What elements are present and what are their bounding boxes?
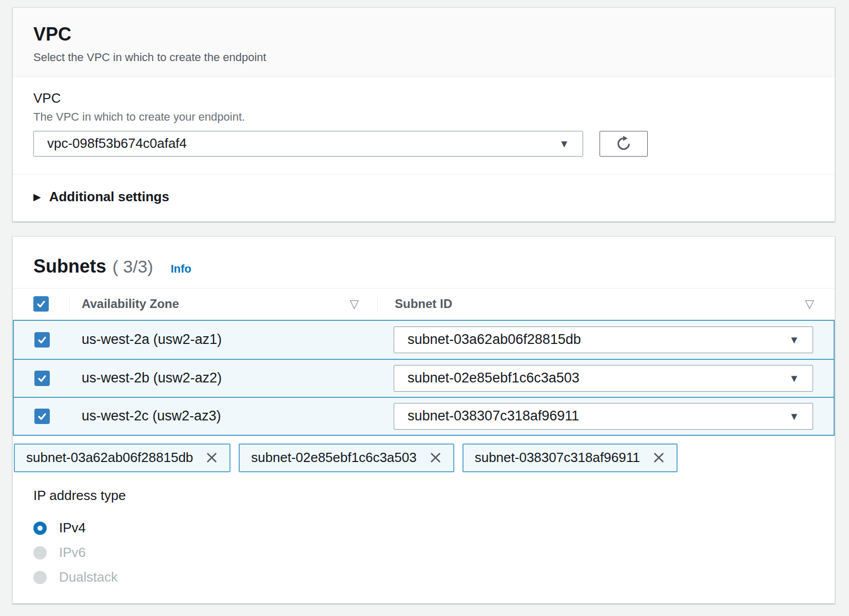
table-row: us-west-2c (usw2-az3) subnet-038307c318a…	[14, 397, 834, 435]
additional-settings-label: Additional settings	[49, 189, 169, 205]
availability-zone-value: us-west-2c (usw2-az3)	[69, 408, 377, 424]
refresh-icon	[616, 136, 631, 151]
radio-option-dualstack: Dualstack	[33, 565, 814, 590]
subnet-id-value: subnet-038307c318af96911	[408, 408, 579, 424]
checkmark-icon	[36, 410, 48, 422]
vpc-card: VPC Select the VPC in which to create th…	[12, 7, 835, 222]
sort-icon[interactable]: ▽	[350, 297, 359, 311]
radio-label-ipv6: IPv6	[59, 545, 86, 561]
column-header-availability-zone[interactable]: Availability Zone ▽	[69, 288, 377, 320]
radio-option-ipv4[interactable]: IPv4	[33, 516, 814, 541]
radio-label-ipv4: IPv4	[59, 520, 86, 536]
subnet-token-label: subnet-03a62ab06f28815db	[26, 450, 193, 466]
availability-zone-value: us-west-2a (usw2-az1)	[69, 332, 377, 348]
ip-address-type-section: IP address type IPv4 IPv6 Dualstack	[13, 472, 835, 590]
checkmark-icon	[36, 372, 48, 384]
vpc-card-title: VPC	[33, 24, 814, 45]
chevron-down-icon: ▼	[789, 411, 799, 421]
availability-zone-value: us-west-2b (usw2-az2)	[69, 370, 377, 386]
additional-settings-expander[interactable]: ▶ Additional settings	[13, 174, 835, 221]
selected-rows-region: us-west-2a (usw2-az1) subnet-03a62ab06f2…	[13, 320, 835, 436]
subnet-id-select[interactable]: subnet-02e85ebf1c6c3a503 ▼	[394, 365, 813, 392]
table-row: us-west-2b (usw2-az2) subnet-02e85ebf1c6…	[14, 359, 834, 397]
expander-right-icon: ▶	[33, 192, 41, 202]
table-row: us-west-2a (usw2-az1) subnet-03a62ab06f2…	[14, 321, 834, 359]
column-header-subnet-id[interactable]: Subnet ID ▽	[377, 288, 835, 320]
subnets-table-header: Availability Zone ▽ Subnet ID ▽	[13, 288, 835, 320]
checkmark-icon	[36, 334, 48, 346]
vpc-select[interactable]: vpc-098f53b674c0afaf4 ▼	[33, 131, 583, 157]
selected-subnet-tokens: subnet-03a62ab06f28815db subnet-02e85ebf…	[13, 436, 835, 472]
chevron-down-icon: ▼	[559, 139, 569, 149]
subnet-id-value: subnet-03a62ab06f28815db	[408, 332, 581, 348]
chevron-down-icon: ▼	[789, 373, 799, 383]
close-icon	[652, 451, 665, 464]
refresh-button[interactable]	[600, 131, 648, 157]
subnet-token-label: subnet-02e85ebf1c6c3a503	[251, 450, 416, 466]
subnet-token-label: subnet-038307c318af96911	[475, 450, 640, 466]
row-checkbox[interactable]	[34, 371, 50, 386]
remove-token-button[interactable]	[429, 451, 442, 464]
vpc-card-description: Select the VPC in which to create the en…	[33, 51, 814, 64]
radio-selected-icon[interactable]	[33, 522, 47, 535]
chevron-down-icon: ▼	[789, 335, 799, 345]
ip-address-type-label: IP address type	[33, 488, 814, 504]
close-icon	[205, 451, 218, 464]
availability-zone-header-label: Availability Zone	[82, 297, 179, 311]
subnet-id-value: subnet-02e85ebf1c6c3a503	[408, 370, 580, 386]
checkmark-icon	[35, 298, 47, 310]
close-icon	[429, 451, 442, 464]
subnet-token: subnet-038307c318af96911	[462, 444, 678, 472]
radio-disabled-icon	[33, 571, 47, 584]
vpc-card-body: VPC The VPC in which to create your endp…	[13, 77, 835, 174]
radio-option-ipv6: IPv6	[33, 541, 814, 565]
subnet-id-select[interactable]: subnet-038307c318af96911 ▼	[394, 403, 813, 430]
subnet-id-header-label: Subnet ID	[395, 297, 452, 311]
remove-token-button[interactable]	[652, 451, 665, 464]
remove-token-button[interactable]	[205, 451, 218, 464]
sort-icon[interactable]: ▽	[805, 297, 814, 311]
subnets-info-link[interactable]: Info	[170, 262, 191, 276]
radio-disabled-icon	[33, 546, 47, 560]
subnet-token: subnet-02e85ebf1c6c3a503	[239, 444, 454, 472]
subnets-title: Subnets	[33, 256, 106, 277]
select-all-cell	[13, 288, 69, 320]
radio-label-dualstack: Dualstack	[59, 569, 118, 585]
subnets-count: ( 3/3)	[112, 257, 153, 277]
subnet-token: subnet-03a62ab06f28815db	[14, 444, 230, 472]
row-checkbox[interactable]	[34, 409, 50, 424]
vpc-field-label: VPC	[33, 90, 814, 106]
vpc-field-help-text: The VPC in which to create your endpoint…	[33, 110, 814, 124]
row-checkbox[interactable]	[34, 332, 50, 348]
vpc-select-value: vpc-098f53b674c0afaf4	[47, 136, 187, 151]
select-all-checkbox[interactable]	[33, 296, 49, 312]
subnet-id-select[interactable]: subnet-03a62ab06f28815db ▼	[394, 326, 813, 353]
subnets-card: Subnets ( 3/3) Info Availability Zone ▽ …	[12, 236, 835, 604]
ip-address-type-radio-group: IPv4 IPv6 Dualstack	[33, 516, 814, 590]
subnets-heading: Subnets ( 3/3) Info	[13, 237, 835, 288]
vpc-card-header: VPC Select the VPC in which to create th…	[13, 8, 835, 77]
